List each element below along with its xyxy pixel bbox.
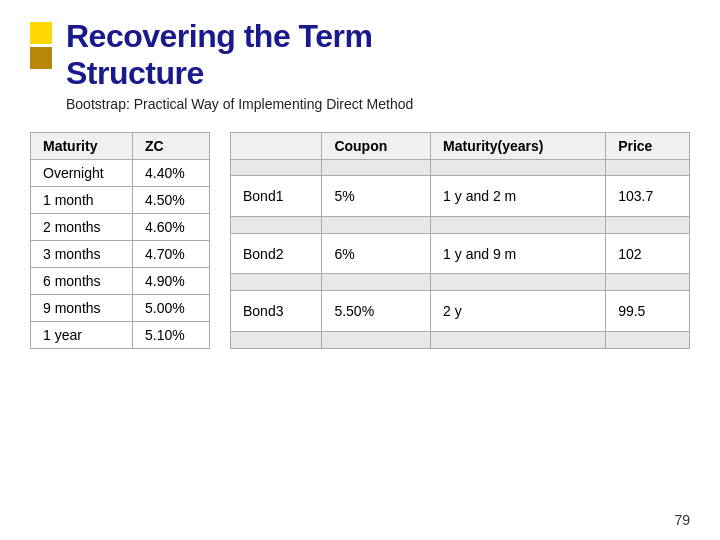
- left-row-maturity: 9 months: [31, 294, 133, 321]
- right-row-bond: [231, 159, 322, 176]
- right-row-price: 99.5: [606, 291, 690, 332]
- right-row-bond: [231, 331, 322, 348]
- right-row-coupon: 5%: [322, 176, 431, 217]
- accent-top: [30, 22, 52, 44]
- left-row-zc: 4.40%: [132, 159, 209, 186]
- accent-bottom: [30, 47, 52, 69]
- main-title: Recovering the Term Structure: [66, 18, 690, 92]
- right-row-coupon: [322, 331, 431, 348]
- right-row-price: [606, 331, 690, 348]
- page-container: Recovering the Term Structure Bootstrap:…: [0, 0, 720, 540]
- right-col-price: Price: [606, 132, 690, 159]
- left-row-maturity: 1 year: [31, 321, 133, 348]
- left-row-maturity: 2 months: [31, 213, 133, 240]
- header-section: Recovering the Term Structure Bootstrap:…: [0, 0, 720, 122]
- left-row-maturity: 6 months: [31, 267, 133, 294]
- left-row-zc: 5.10%: [132, 321, 209, 348]
- page-number: 79: [674, 512, 690, 528]
- right-row-price: 103.7: [606, 176, 690, 217]
- right-row-price: [606, 217, 690, 234]
- right-row-price: 102: [606, 233, 690, 274]
- left-row-maturity: 3 months: [31, 240, 133, 267]
- left-col-maturity: Maturity: [31, 132, 133, 159]
- right-row-price: [606, 274, 690, 291]
- content-area: Maturity ZC Overnight4.40%1 month4.50%2 …: [0, 122, 720, 359]
- right-row-maturity: 1 y and 9 m: [431, 233, 606, 274]
- header-accent: [30, 22, 52, 69]
- right-row-bond: Bond1: [231, 176, 322, 217]
- right-row-maturity: 1 y and 2 m: [431, 176, 606, 217]
- left-row-zc: 4.70%: [132, 240, 209, 267]
- right-row-coupon: [322, 159, 431, 176]
- left-row-maturity: 1 month: [31, 186, 133, 213]
- left-row-zc: 4.50%: [132, 186, 209, 213]
- right-col-bond: [231, 132, 322, 159]
- right-row-maturity: 2 y: [431, 291, 606, 332]
- right-row-bond: [231, 274, 322, 291]
- right-row-coupon: 6%: [322, 233, 431, 274]
- right-row-coupon: [322, 274, 431, 291]
- right-row-maturity: [431, 159, 606, 176]
- right-col-coupon: Coupon: [322, 132, 431, 159]
- header-text: Recovering the Term Structure Bootstrap:…: [66, 18, 690, 112]
- right-row-bond: Bond3: [231, 291, 322, 332]
- right-row-bond: Bond2: [231, 233, 322, 274]
- right-row-coupon: 5.50%: [322, 291, 431, 332]
- left-table: Maturity ZC Overnight4.40%1 month4.50%2 …: [30, 132, 210, 349]
- left-row-zc: 4.90%: [132, 267, 209, 294]
- right-row-price: [606, 159, 690, 176]
- right-col-maturity: Maturity(years): [431, 132, 606, 159]
- left-row-zc: 5.00%: [132, 294, 209, 321]
- right-row-coupon: [322, 217, 431, 234]
- left-row-zc: 4.60%: [132, 213, 209, 240]
- left-col-zc: ZC: [132, 132, 209, 159]
- left-row-maturity: Overnight: [31, 159, 133, 186]
- right-row-bond: [231, 217, 322, 234]
- right-row-maturity: [431, 217, 606, 234]
- right-row-maturity: [431, 331, 606, 348]
- subtitle: Bootstrap: Practical Way of Implementing…: [66, 96, 690, 112]
- right-table: Coupon Maturity(years) Price Bond15%1 y …: [230, 132, 690, 349]
- right-row-maturity: [431, 274, 606, 291]
